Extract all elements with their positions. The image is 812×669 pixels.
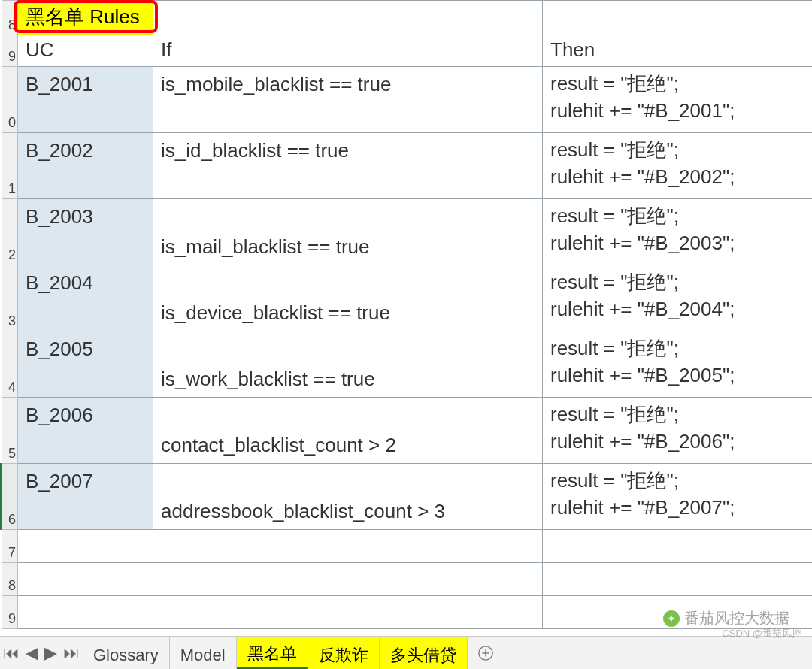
if-cell[interactable]: is_mail_blacklist == true bbox=[153, 199, 543, 265]
rules-title-cell[interactable]: 黑名单 Rules bbox=[18, 1, 153, 35]
then-cell[interactable]: result = "拒绝";rulehit += "#B_2006"; bbox=[543, 398, 813, 464]
watermark-source: CSDN @番茄风控 bbox=[722, 627, 801, 640]
empty-cell[interactable] bbox=[543, 563, 813, 596]
then-cell[interactable]: result = "拒绝";rulehit += "#B_2003"; bbox=[543, 199, 813, 265]
if-cell[interactable]: is_device_blacklist == true bbox=[153, 265, 543, 331]
row-number[interactable]: 9 bbox=[2, 596, 18, 629]
then-cell[interactable]: result = "拒绝";rulehit += "#B_2004"; bbox=[543, 265, 813, 331]
sheet-tab[interactable]: Model bbox=[170, 637, 237, 669]
uc-cell[interactable]: B_2006 bbox=[18, 398, 153, 464]
empty-cell[interactable] bbox=[543, 1, 813, 35]
watermark-brand: ✦ 番茄风控大数据 bbox=[663, 608, 789, 628]
header-then[interactable]: Then bbox=[543, 35, 813, 67]
row-number[interactable]: 9 bbox=[2, 35, 18, 67]
plus-circle-icon bbox=[477, 645, 494, 661]
then-cell[interactable]: result = "拒绝";rulehit += "#B_2005"; bbox=[543, 331, 813, 398]
empty-cell[interactable] bbox=[153, 596, 543, 629]
then-line-2: rulehit += "#B_2006"; bbox=[550, 428, 805, 455]
sheet-tab[interactable]: 多头借贷 bbox=[380, 637, 468, 669]
empty-cell[interactable] bbox=[18, 563, 153, 596]
if-cell[interactable]: is_work_blacklist == true bbox=[153, 331, 543, 398]
row-number[interactable]: 5 bbox=[2, 398, 18, 464]
uc-cell[interactable]: B_2002 bbox=[18, 133, 153, 199]
empty-cell[interactable] bbox=[543, 530, 813, 563]
tab-nav-next-icon[interactable]: ▶ bbox=[44, 643, 57, 663]
add-sheet-button[interactable] bbox=[468, 637, 504, 669]
then-line-1: result = "拒绝"; bbox=[550, 202, 805, 229]
header-uc[interactable]: UC bbox=[18, 35, 153, 67]
then-line-2: rulehit += "#B_2007"; bbox=[550, 494, 805, 521]
spreadsheet-grid[interactable]: 8 黑名单 Rules 9 UC If Then 0B_2001is_mobil… bbox=[0, 0, 812, 629]
then-cell[interactable]: result = "拒绝";rulehit += "#B_2001"; bbox=[543, 67, 813, 133]
then-line-2: rulehit += "#B_2005"; bbox=[550, 362, 805, 389]
tab-bar-spacer bbox=[504, 637, 812, 669]
uc-cell[interactable]: B_2001 bbox=[18, 67, 153, 133]
header-if[interactable]: If bbox=[153, 35, 543, 67]
row-number[interactable]: 8 bbox=[2, 563, 18, 596]
tab-nav-last-icon[interactable]: ⏭ bbox=[63, 643, 80, 663]
then-line-1: result = "拒绝"; bbox=[550, 467, 805, 494]
uc-cell[interactable]: B_2007 bbox=[18, 464, 153, 530]
empty-cell[interactable] bbox=[153, 1, 543, 35]
then-line-2: rulehit += "#B_2004"; bbox=[550, 295, 805, 322]
then-line-2: rulehit += "#B_2003"; bbox=[550, 229, 805, 256]
empty-cell[interactable] bbox=[18, 596, 153, 629]
sheet-tab[interactable]: 黑名单 bbox=[237, 637, 308, 669]
empty-cell[interactable] bbox=[153, 530, 543, 563]
sheet-tab-bar: ⏮ ◀ ▶ ⏭ GlossaryModel黑名单反欺诈多头借贷 bbox=[0, 636, 812, 669]
then-line-2: rulehit += "#B_2001"; bbox=[550, 97, 805, 124]
then-line-1: result = "拒绝"; bbox=[550, 268, 805, 295]
if-cell[interactable]: is_mobile_blacklist == true bbox=[153, 67, 543, 133]
row-number[interactable]: 7 bbox=[2, 530, 18, 563]
uc-cell[interactable]: B_2004 bbox=[18, 265, 153, 331]
uc-cell[interactable]: B_2005 bbox=[18, 331, 153, 398]
row-number[interactable]: 0 bbox=[2, 67, 18, 133]
tab-nav-prev-icon[interactable]: ◀ bbox=[26, 643, 38, 663]
tab-nav-controls: ⏮ ◀ ▶ ⏭ bbox=[0, 637, 83, 669]
empty-cell[interactable] bbox=[18, 530, 153, 563]
then-cell[interactable]: result = "拒绝";rulehit += "#B_2002"; bbox=[543, 133, 813, 199]
then-line-1: result = "拒绝"; bbox=[550, 70, 805, 97]
row-number[interactable]: 2 bbox=[2, 199, 18, 265]
then-line-1: result = "拒绝"; bbox=[550, 401, 805, 428]
tab-nav-first-icon[interactable]: ⏮ bbox=[3, 643, 20, 663]
then-cell[interactable]: result = "拒绝";rulehit += "#B_2007"; bbox=[543, 464, 813, 530]
row-number[interactable]: 6 bbox=[2, 464, 18, 530]
uc-cell[interactable]: B_2003 bbox=[18, 199, 153, 265]
then-line-1: result = "拒绝"; bbox=[550, 334, 805, 362]
if-cell[interactable]: contact_blacklist_count > 2 bbox=[153, 398, 543, 464]
row-number[interactable]: 4 bbox=[2, 331, 18, 398]
if-cell[interactable]: addressbook_blacklist_count > 3 bbox=[153, 464, 543, 530]
row-number[interactable]: 3 bbox=[2, 265, 18, 331]
watermark-brand-text: 番茄风控大数据 bbox=[684, 608, 789, 628]
row-number[interactable]: 1 bbox=[2, 133, 18, 199]
wechat-logo-icon: ✦ bbox=[663, 610, 680, 627]
then-line-1: result = "拒绝"; bbox=[550, 136, 805, 163]
if-cell[interactable]: is_id_blacklist == true bbox=[153, 133, 543, 199]
sheet-tab[interactable]: 反欺诈 bbox=[308, 637, 380, 669]
then-line-2: rulehit += "#B_2002"; bbox=[550, 163, 805, 190]
empty-cell[interactable] bbox=[153, 563, 543, 596]
row-number[interactable]: 8 bbox=[2, 1, 18, 35]
sheet-tab[interactable]: Glossary bbox=[83, 637, 170, 669]
